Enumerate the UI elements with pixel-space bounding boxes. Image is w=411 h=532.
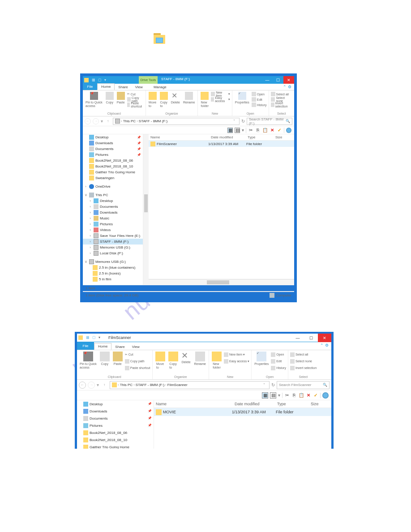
select-all-button[interactable]: Select all: [290, 351, 317, 358]
chevron-down-icon[interactable]: ▾: [242, 128, 244, 133]
nav-pc-videos[interactable]: ›Videos: [83, 227, 143, 233]
copy-to-button[interactable]: Copy to: [167, 351, 179, 375]
chevron-down-icon[interactable]: ▾: [104, 78, 109, 82]
col-type[interactable]: Type: [248, 135, 275, 139]
pin-quick-access-button[interactable]: 📌Pin to Quick access: [79, 351, 98, 375]
breadcrumb-loc[interactable]: STAFF - 8MM (F:): [136, 383, 164, 387]
nav-onedrive[interactable]: ›OneDrive: [83, 184, 143, 189]
open-button[interactable]: Open: [271, 351, 286, 358]
breadcrumb-loc[interactable]: STAFF - 8MM (F:): [139, 119, 167, 123]
edit-button[interactable]: Edit: [271, 358, 286, 365]
copy-button[interactable]: Copy: [99, 351, 111, 375]
edit-button[interactable]: Edit: [252, 97, 267, 102]
nav-save-drive[interactable]: ›Save Your Files Here (E:): [83, 233, 143, 239]
breadcrumb-root[interactable]: This PC: [123, 119, 136, 123]
globe-icon[interactable]: [286, 128, 291, 133]
forward-button[interactable]: →: [93, 118, 99, 124]
globe-icon[interactable]: [322, 392, 329, 399]
chevron-down-icon[interactable]: ▾: [97, 382, 99, 387]
easy-access-button[interactable]: Easy access▾: [211, 97, 230, 102]
column-headers[interactable]: Name Date modified Type Size: [149, 134, 294, 141]
maximize-button[interactable]: ☐: [273, 76, 283, 84]
up-button[interactable]: ↑: [105, 118, 111, 124]
cut-icon[interactable]: ✂: [248, 128, 253, 133]
maximize-button[interactable]: ☐: [304, 334, 318, 342]
copy-to-button[interactable]: Copy to: [159, 91, 169, 112]
chevron-down-icon[interactable]: ▾: [101, 119, 103, 124]
nav-folder[interactable]: Book2Net_2018_08_06: [83, 158, 143, 163]
chevron-down-icon[interactable]: ▾: [98, 335, 103, 340]
paste-icon[interactable]: 📋: [262, 128, 268, 133]
col-type[interactable]: Type: [277, 402, 311, 406]
home-tab[interactable]: Home: [94, 343, 111, 350]
nav-documents[interactable]: Documents📌: [77, 415, 154, 422]
close-button[interactable]: ✕: [318, 334, 331, 342]
paste-shortcut-button[interactable]: Paste shortcut: [127, 102, 144, 107]
history-button[interactable]: History: [252, 102, 267, 107]
delete-icon[interactable]: ✕: [270, 128, 275, 133]
paste-button[interactable]: Paste: [112, 351, 124, 375]
drive-tools-tab[interactable]: Drive Tools: [139, 76, 158, 84]
view-details-button[interactable]: ▦: [262, 392, 268, 399]
nav-folder[interactable]: Gaither Trio Going Home: [83, 169, 143, 175]
titlebar[interactable]: ▦ ▢ ▾ Drive Tools STAFF - 8MM (F:) — ☐ ✕: [83, 76, 294, 84]
file-tab[interactable]: File: [83, 83, 97, 90]
qat-new-icon[interactable]: ▢: [98, 78, 103, 82]
properties-button[interactable]: ✓Properties: [253, 351, 270, 375]
view-list-button[interactable]: ▤: [235, 128, 240, 133]
col-size[interactable]: Size: [275, 135, 292, 139]
delete-button[interactable]: ✕Delete: [180, 351, 192, 375]
nav-desktop[interactable]: Desktop📌: [83, 134, 143, 140]
col-name[interactable]: Name: [156, 402, 235, 406]
nav-pc-downloads[interactable]: ›Downloads: [83, 210, 143, 215]
copy-button[interactable]: Copy: [105, 91, 115, 112]
qat-props-icon[interactable]: ▦: [86, 335, 90, 340]
nav-pc-music[interactable]: ›Music: [83, 215, 143, 221]
qat-props-icon[interactable]: ▦: [92, 78, 96, 82]
titlebar[interactable]: ▦ ▢ ▾ FilmScanner — ☐ ✕: [77, 334, 331, 342]
search-box[interactable]: Search FilmScanner🔍: [277, 381, 330, 389]
back-button[interactable]: ←: [79, 382, 86, 389]
share-tab[interactable]: Share: [111, 344, 128, 350]
easy-access-button[interactable]: Easy access▾: [224, 358, 249, 365]
share-tab[interactable]: Share: [115, 84, 131, 90]
col-size[interactable]: Size: [311, 402, 330, 406]
copy-icon[interactable]: ⎘: [255, 128, 261, 133]
new-folder-button[interactable]: New folder: [211, 351, 223, 375]
nav-folder[interactable]: Gaither Trio Going Home: [77, 443, 154, 449]
nav-pictures[interactable]: Pictures📌: [77, 422, 154, 429]
dropdown-icon[interactable]: ˅: [261, 383, 267, 387]
column-headers[interactable]: Name Date modified Type Size: [154, 400, 331, 408]
cut-button[interactable]: ✂Cut: [125, 351, 150, 358]
view-details-button[interactable]: ▦: [227, 128, 233, 133]
check-icon[interactable]: ✓: [277, 128, 282, 133]
nav-downloads[interactable]: Downloads📌: [83, 140, 143, 146]
view-list-button[interactable]: ▤: [270, 392, 276, 399]
nav-staff-drive[interactable]: ›STAFF - 8MM (F:): [83, 239, 143, 245]
invert-selection-button[interactable]: Invert selection: [290, 365, 317, 371]
nav-pane[interactable]: Desktop📌 Downloads📌 Documents📌 Pictures📌…: [77, 400, 154, 449]
cut-icon[interactable]: ✂: [284, 393, 290, 398]
address-bar[interactable]: › This PC› STAFF - 8MM (F:)› FilmScanner…: [110, 381, 270, 389]
nav-folder[interactable]: Book2Net_2018_08_10: [77, 436, 154, 443]
delete-icon[interactable]: ✕: [306, 393, 311, 398]
nav-thispc[interactable]: ∨This PC: [83, 192, 143, 198]
properties-button[interactable]: ✓Properties: [234, 91, 250, 112]
paste-icon[interactable]: 📋: [299, 393, 304, 398]
col-name[interactable]: Name: [150, 135, 211, 139]
h-scrollbar[interactable]: [149, 279, 294, 285]
refresh-button[interactable]: ↻: [271, 382, 275, 387]
new-item-button[interactable]: New item▾: [224, 351, 249, 358]
search-box[interactable]: Search STAFF - 8MM (F:)🔍: [247, 118, 292, 125]
nav-pc-desktop[interactable]: ›Desktop: [83, 198, 143, 204]
paste-button[interactable]: Paste: [116, 91, 126, 112]
close-button[interactable]: ✕: [283, 76, 294, 84]
delete-button[interactable]: ✕Delete: [170, 91, 181, 112]
nav-downloads[interactable]: Downloads📌: [77, 408, 154, 415]
collapse-icon[interactable]: ∨: [84, 193, 88, 197]
view-tab[interactable]: View: [128, 344, 143, 350]
file-row[interactable]: FilmScanner 1/13/2017 3:39 AM File folde…: [149, 141, 294, 147]
quick-access-toolbar[interactable]: ▦ ▢ ▾: [90, 78, 111, 82]
nav-pc-docs[interactable]: ›Documents: [83, 204, 143, 210]
dropdown-icon[interactable]: ˅: [231, 119, 237, 123]
